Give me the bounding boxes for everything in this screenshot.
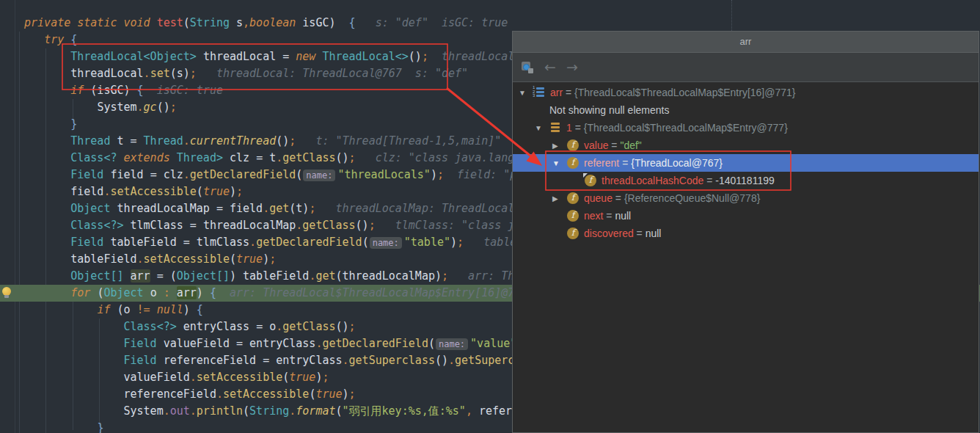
variable-name: queue [584, 192, 612, 204]
inline-debug-hint: t: "Thread[Thread-1,5,main]" [296, 134, 501, 148]
equals-sign: = [612, 192, 624, 204]
variable-name: discovered [584, 228, 634, 239]
equals-sign: = [634, 228, 646, 239]
param-name-hint: name: [436, 338, 468, 350]
field-icon [567, 228, 579, 239]
variable-value: null [646, 228, 662, 239]
tree-row-next[interactable]: next = null [513, 207, 979, 225]
code-line[interactable]: private static void test(String s,boolea… [0, 15, 980, 32]
chevron-expanded-icon[interactable]: ▼ [517, 89, 533, 97]
variable-value: "def" [620, 139, 641, 151]
tree-row-queue[interactable]: ▶queue = {ReferenceQueue$Null@778} [513, 189, 979, 207]
field-icon [567, 192, 579, 204]
equals-sign: = [619, 157, 631, 169]
variable-value: {ThreadLocal$ThreadLocalMap$Entry[16]@77… [574, 87, 795, 98]
field-icon [567, 139, 579, 151]
equals-sign: = [563, 87, 574, 98]
inline-debug-hint: isGC: true [144, 84, 223, 97]
popup-title[interactable]: arr [513, 32, 979, 53]
chevron-collapsed-icon[interactable]: ▶ [551, 142, 567, 150]
popup-toolbar: ← → [513, 53, 979, 82]
variable-name: arr [550, 87, 563, 98]
final-field-icon [585, 175, 596, 186]
variable-name: 1 [566, 122, 572, 134]
field-icon [567, 210, 579, 222]
tree-row-threadLocalHashCode[interactable]: threadLocalHashCode = -1401181199 [513, 172, 979, 189]
param-name-hint: name: [370, 237, 402, 249]
variable-name: next [584, 210, 603, 222]
view-as-icon[interactable] [522, 62, 534, 73]
variable-value: -1401181199 [715, 175, 774, 186]
equals-sign: = [703, 175, 715, 186]
tree-row-arr[interactable]: ▼123arr = {ThreadLocal$ThreadLocalMap$En… [513, 84, 979, 101]
forward-arrow-icon[interactable]: → [566, 60, 578, 74]
field-icon [567, 157, 579, 169]
array-variable-icon: 123 [533, 87, 545, 98]
tree-message-text: Not showing null elements [549, 104, 669, 116]
array-element-icon [549, 122, 561, 134]
chevron-expanded-icon[interactable]: ▼ [533, 124, 549, 132]
equals-sign: = [572, 122, 584, 134]
variable-name: value [584, 139, 608, 151]
variable-value: {ThreadLocal$ThreadLocalMap$Entry@777} [584, 122, 788, 134]
equals-sign: = [608, 139, 620, 151]
variable-value: {ThreadLocal@767} [631, 157, 723, 169]
inline-debug-hint: s: "def" isGC: true [356, 16, 508, 29]
tree-row-discovered[interactable]: discovered = null [513, 225, 979, 242]
chevron-expanded-icon[interactable]: ▼ [551, 159, 567, 167]
chevron-collapsed-icon[interactable]: ▶ [551, 194, 567, 203]
param-name-hint: name: [303, 170, 335, 181]
variable-value: {ReferenceQueue$Null@778} [624, 192, 760, 204]
inline-debug-hint: arr: ThreadLocal$ThreadLocalMap$Entry[16… [216, 286, 527, 299]
equals-sign: = [603, 210, 615, 222]
tree-row-value[interactable]: ▶value = "def" [513, 137, 979, 154]
debugger-inspect-popup: arr ← → ▼123arr = {ThreadLocal$ThreadLoc… [512, 31, 979, 433]
inline-debug-hint: threadLocal: ThreadLocal@767 s: "def" [197, 67, 468, 80]
variables-tree: ▼123arr = {ThreadLocal$ThreadLocalMap$En… [513, 82, 979, 242]
variable-name: threadLocalHashCode [601, 175, 703, 186]
tree-row-1[interactable]: ▼1 = {ThreadLocal$ThreadLocalMap$Entry@7… [513, 119, 979, 137]
intention-bulb-icon[interactable] [2, 287, 12, 299]
tree-row-referent[interactable]: ▼referent = {ThreadLocal@767} [513, 154, 979, 172]
variable-name: referent [584, 157, 619, 169]
ide-debugger-screen: private static void test(String s,boolea… [0, 0, 980, 433]
tree-message-row[interactable]: Not showing null elements [513, 101, 979, 119]
back-arrow-icon[interactable]: ← [544, 60, 556, 74]
variable-value: null [615, 210, 631, 222]
